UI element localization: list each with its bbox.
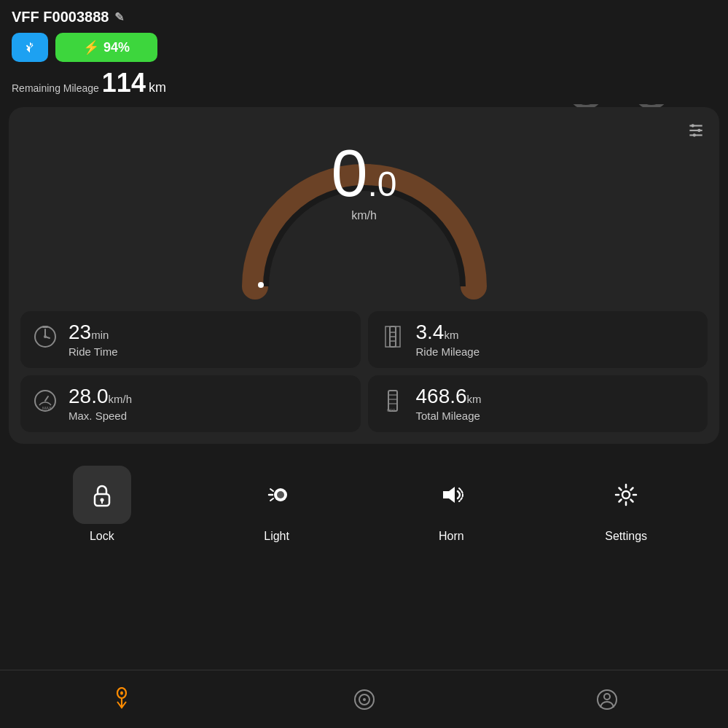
max-speed-value: 28.0km/h bbox=[69, 385, 349, 408]
ride-mileage-info: 3.4km Ride Mileage bbox=[416, 321, 697, 358]
ride-time-info: 23min Ride Time bbox=[69, 321, 349, 358]
svg-point-46 bbox=[622, 491, 630, 498]
max-speed-info: 28.0km/h Max. Speed bbox=[69, 385, 349, 422]
ride-mileage-value: 3.4km bbox=[416, 321, 697, 344]
bluetooth-button[interactable] bbox=[12, 33, 48, 62]
svg-point-16 bbox=[692, 124, 694, 127]
svg-point-38 bbox=[100, 498, 103, 501]
svg-point-18 bbox=[693, 133, 696, 136]
svg-point-48 bbox=[120, 691, 123, 694]
ride-time-label: Ride Time bbox=[69, 345, 349, 358]
speedometer: 0 .0 km/h bbox=[226, 141, 503, 301]
remaining-mileage: Remaining Mileage 114 km bbox=[12, 68, 716, 98]
battery-icon: ⚡ bbox=[83, 39, 99, 55]
lock-button[interactable]: Lock bbox=[69, 466, 135, 543]
speed-value: 0 bbox=[331, 141, 367, 206]
ride-time-icon bbox=[32, 324, 58, 355]
device-title: VFF F0003888 ✎ bbox=[12, 9, 716, 26]
lock-icon-wrap bbox=[73, 466, 131, 524]
settings-button[interactable]: Settings bbox=[593, 466, 659, 543]
remaining-label: Remaining Mileage bbox=[12, 82, 99, 94]
settings-label: Settings bbox=[605, 530, 647, 543]
total-mileage-icon: ODO bbox=[380, 388, 406, 419]
remaining-value: 114 bbox=[102, 68, 146, 98]
stats-grid: 23min Ride Time 3.4km bbox=[20, 311, 708, 432]
svg-line-43 bbox=[270, 489, 273, 491]
nav-item-device[interactable] bbox=[109, 687, 134, 712]
svg-text:ODO: ODO bbox=[387, 408, 396, 412]
horn-icon-wrap bbox=[422, 466, 480, 524]
horn-button[interactable]: Horn bbox=[418, 466, 484, 543]
speed-display: 0 .0 km/h bbox=[226, 141, 503, 222]
svg-rect-24 bbox=[42, 326, 48, 328]
action-buttons: Lock Light Horn bbox=[0, 451, 728, 555]
svg-point-19 bbox=[258, 282, 264, 288]
dashboard-card: 0 .0 km/h 23min Ride Tim bbox=[9, 107, 719, 444]
remaining-unit: km bbox=[149, 80, 166, 95]
max-speed-icon: MAX bbox=[32, 388, 58, 419]
ride-time-value: 23min bbox=[69, 321, 349, 344]
dashboard-settings-button[interactable] bbox=[683, 117, 709, 144]
ride-mileage-icon bbox=[380, 324, 406, 355]
svg-point-51 bbox=[363, 698, 366, 701]
svg-line-30 bbox=[45, 396, 48, 401]
svg-point-23 bbox=[44, 335, 47, 338]
svg-point-41 bbox=[277, 491, 284, 498]
stat-card-ride-mileage: 3.4km Ride Mileage bbox=[368, 311, 708, 368]
light-button[interactable]: Light bbox=[244, 466, 310, 543]
total-mileage-label: Total Mileage bbox=[416, 410, 697, 422]
nav-item-camera[interactable] bbox=[352, 687, 377, 712]
total-mileage-value: 468.6km bbox=[416, 385, 697, 408]
stat-card-max-speed: MAX 28.0km/h Max. Speed bbox=[20, 375, 361, 432]
total-mileage-info: 468.6km Total Mileage bbox=[416, 385, 697, 422]
max-speed-label: Max. Speed bbox=[69, 410, 349, 422]
svg-text:MAX: MAX bbox=[42, 406, 52, 410]
svg-marker-45 bbox=[443, 487, 455, 503]
lock-label: Lock bbox=[90, 530, 114, 543]
battery-percent: 94% bbox=[103, 40, 130, 55]
svg-point-17 bbox=[697, 129, 700, 132]
battery-indicator: ⚡ 94% bbox=[55, 33, 157, 62]
horn-label: Horn bbox=[439, 530, 464, 543]
light-label: Light bbox=[264, 530, 289, 543]
device-name-label: VFF F0003888 bbox=[12, 9, 109, 26]
edit-icon[interactable]: ✎ bbox=[114, 10, 124, 24]
bottom-nav bbox=[0, 670, 728, 728]
nav-item-profile[interactable] bbox=[595, 687, 619, 712]
settings-icon-wrap bbox=[597, 466, 655, 524]
top-controls: ⚡ 94% bbox=[12, 33, 716, 62]
svg-line-44 bbox=[270, 498, 273, 501]
top-bar: VFF F0003888 ✎ ⚡ 94% Remaining Mileage 1… bbox=[0, 0, 728, 104]
speed-decimal: .0 bbox=[368, 164, 397, 204]
ride-mileage-label: Ride Mileage bbox=[416, 345, 697, 358]
svg-point-53 bbox=[604, 694, 610, 700]
stat-card-ride-time: 23min Ride Time bbox=[20, 311, 361, 368]
light-icon-wrap bbox=[248, 466, 306, 524]
stat-card-total-mileage: ODO 468.6km Total Mileage bbox=[368, 375, 708, 432]
speed-unit: km/h bbox=[226, 209, 503, 222]
